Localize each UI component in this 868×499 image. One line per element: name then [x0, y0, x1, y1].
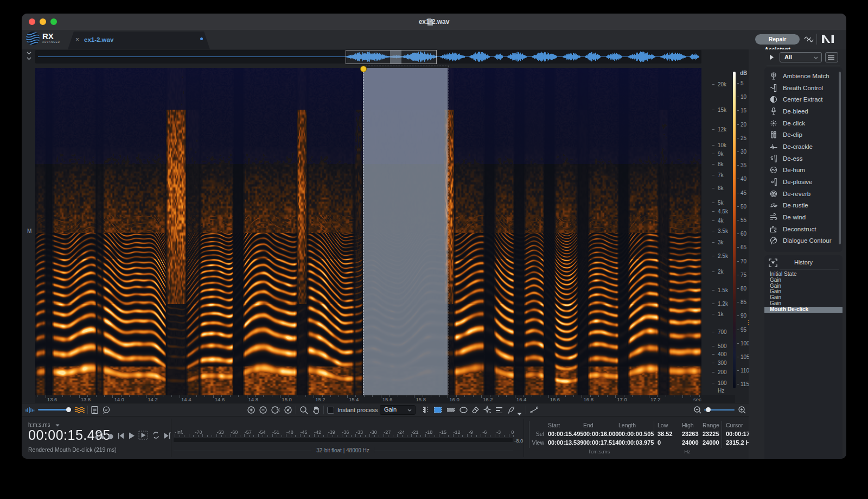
selection-col-header: Start — [548, 422, 560, 428]
meter-scale-label: -36 — [342, 429, 349, 435]
db-tick-label: 50 — [741, 204, 746, 210]
horizontal-zoom-in-icon[interactable] — [738, 406, 746, 416]
freq-tick-label: 700 — [718, 329, 727, 335]
chevron-down-icon — [407, 409, 412, 412]
meter-tick — [435, 435, 435, 437]
zoom-selection-icon[interactable] — [271, 406, 282, 416]
module-item-de-bleed[interactable]: De-bleed — [764, 105, 843, 117]
history-item[interactable]: Gain — [764, 277, 843, 283]
horizontal-zoom-slider-knob[interactable] — [706, 407, 711, 412]
freq-tick-label: 500 — [718, 343, 727, 349]
monitor-headphones-icon[interactable] — [95, 431, 104, 441]
compare-waveform-icon[interactable] — [804, 34, 814, 46]
ruler-tick — [330, 395, 331, 397]
module-item-de-rustle[interactable]: De-rustle — [764, 200, 843, 212]
module-item-de-click[interactable]: De-click — [764, 117, 843, 129]
ruler-tick — [464, 395, 465, 397]
db-tick-mark — [737, 384, 739, 384]
meter-tick — [300, 434, 301, 437]
freq-tick-mark — [712, 220, 714, 221]
module-item-de-wind[interactable]: De-wind — [764, 211, 843, 223]
repair-assistant-button[interactable]: Repair Assistant — [755, 34, 800, 45]
play-button-icon[interactable] — [128, 432, 135, 441]
meter-tick — [189, 434, 189, 437]
magic-wand-tool-icon[interactable] — [483, 406, 492, 416]
ruler-tick — [598, 395, 599, 397]
module-item-de-clip[interactable]: De-clip — [764, 129, 843, 141]
zoom-out-icon[interactable] — [259, 406, 267, 416]
module-item-ambience-match[interactable]: Ambience Match — [764, 70, 843, 82]
module-selector-dropdown[interactable]: Gain — [380, 405, 416, 415]
spectrogram-settings-icon[interactable] — [74, 406, 85, 416]
time-format-chevron-icon[interactable] — [55, 424, 60, 427]
frequency-selection-tool-icon[interactable] — [446, 406, 456, 416]
module-item-de-plosive[interactable]: De-plosive — [764, 176, 843, 188]
module-item-center-extract[interactable]: Center Extract — [764, 93, 843, 105]
record-button-icon[interactable] — [107, 432, 114, 442]
spectrogram-canvas[interactable] — [35, 68, 701, 395]
brush-tool-icon[interactable] — [471, 406, 480, 416]
ruler-time-label: 13.8 — [81, 396, 91, 402]
ruler-tick — [205, 395, 205, 397]
module-item-deconstruct[interactable]: Deconstruct — [764, 223, 843, 235]
zoom-in-icon[interactable] — [247, 406, 256, 416]
module-item-partial[interactable] — [764, 247, 843, 252]
meter-tick — [374, 435, 375, 437]
lasso-tool-icon[interactable] — [459, 406, 468, 416]
meter-tick — [342, 434, 342, 437]
previous-button-icon[interactable] — [117, 432, 125, 441]
ruler-time-label: 15.0 — [282, 396, 292, 402]
tab-ex1-2[interactable]: × ex1-2.wav — [68, 31, 210, 49]
play-selection-button-icon[interactable] — [138, 431, 148, 442]
waveform-overview[interactable] — [35, 50, 701, 64]
ruler-tick — [247, 395, 247, 398]
meter-tick — [272, 434, 273, 437]
clipboard-icon[interactable] — [91, 406, 99, 416]
ruler-tick — [582, 395, 582, 398]
module-list-scrollbar[interactable] — [839, 72, 841, 244]
meter-tick — [420, 435, 421, 437]
ruler-time-label: 14.8 — [248, 396, 259, 402]
go-to-end-button-icon[interactable] — [163, 432, 171, 441]
comment-icon[interactable] — [102, 406, 111, 416]
meter-peak-readout[interactable]: -8.0 — [514, 438, 523, 444]
db-tick-label: 110 — [741, 368, 749, 374]
time-frequency-selection-tool-icon[interactable] — [433, 406, 443, 416]
time-selection-tool-icon[interactable] — [421, 406, 430, 416]
ruler-tick — [171, 395, 172, 397]
hand-tool-icon[interactable] — [311, 405, 321, 417]
module-item-dialogue-contour[interactable]: Dialogue Contour — [764, 235, 843, 247]
module-item-de-crackle[interactable]: De-crackle — [764, 141, 843, 153]
freq-tick-mark — [712, 84, 714, 85]
module-play-icon[interactable] — [769, 54, 774, 60]
history-item-selected[interactable]: Mouth De-click — [764, 307, 843, 313]
magnifier-tool-icon[interactable] — [299, 406, 309, 417]
module-item-de-ess[interactable]: De-ess — [764, 153, 843, 165]
module-item-de-hum[interactable]: De-hum — [764, 165, 843, 176]
instant-process-checkbox[interactable] — [327, 407, 334, 414]
collapse-overview-icon[interactable] — [26, 51, 32, 63]
meter-scale-label: -15 — [439, 429, 446, 435]
draw-curve-tool-icon[interactable] — [529, 406, 539, 416]
db-tick-label: 20 — [741, 122, 746, 128]
loop-button-icon[interactable] — [152, 431, 160, 441]
playhead-marker[interactable] — [360, 66, 367, 72]
monitor-level-icon[interactable] — [25, 406, 35, 416]
feather-tool-icon[interactable] — [507, 406, 515, 416]
tab-close-icon[interactable]: × — [75, 36, 79, 43]
monitor-volume-knob[interactable] — [66, 407, 71, 412]
time-ruler[interactable]: 13.613.814.014.214.414.614.815.015.215.4… — [35, 395, 735, 403]
selection-value: 24000 — [703, 439, 719, 446]
module-label: De-ess — [783, 155, 802, 162]
module-menu-button[interactable] — [825, 52, 838, 62]
flatten-tool-icon[interactable] — [495, 406, 503, 416]
module-filter-dropdown[interactable]: All — [780, 52, 822, 62]
ruler-tick — [347, 395, 348, 398]
horizontal-zoom-out-icon[interactable] — [693, 406, 702, 416]
zoom-reset-icon[interactable] — [284, 406, 292, 416]
spectrogram-area[interactable] — [35, 68, 701, 395]
freq-tick-label: 400 — [718, 351, 727, 357]
module-item-de-reverb[interactable]: De-reverb — [764, 188, 843, 200]
module-item-breath-control[interactable]: Breath Control — [764, 82, 843, 94]
meter-scale-label: -27 — [384, 429, 391, 435]
